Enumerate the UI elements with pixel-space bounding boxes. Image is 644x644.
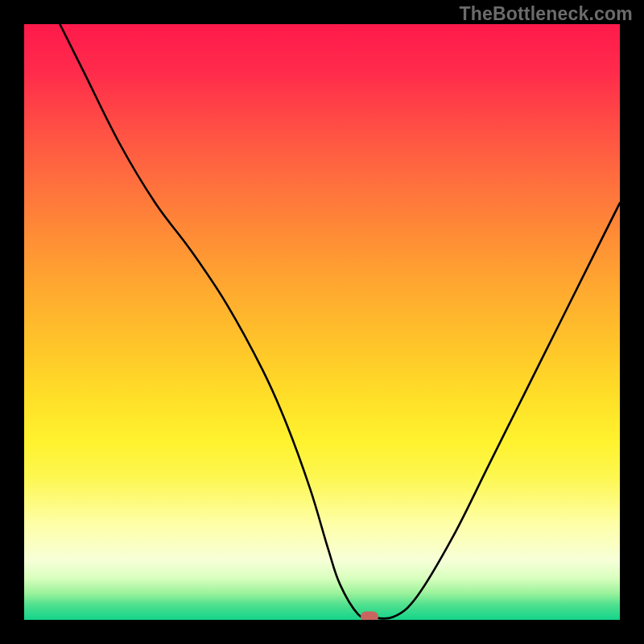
watermark-text: TheBottleneck.com xyxy=(459,3,633,25)
optimal-marker xyxy=(361,612,378,620)
curve-svg xyxy=(24,24,620,620)
chart-container: TheBottleneck.com xyxy=(0,0,644,644)
plot-area xyxy=(24,24,620,620)
bottleneck-curve xyxy=(60,24,620,619)
